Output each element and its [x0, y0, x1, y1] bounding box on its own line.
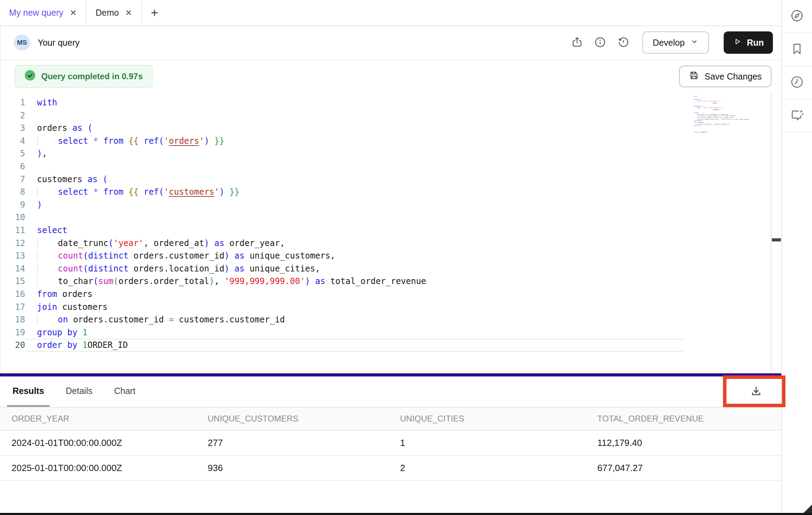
sidebar-item-ai-chat[interactable] — [782, 99, 812, 133]
results-panel: ResultsDetailsChart ORDER_YEARUNIQUE_CUS… — [0, 376, 781, 513]
tab-bar: My new query✕Demo✕+ — [0, 0, 781, 26]
info-icon — [594, 36, 606, 50]
code-line-16[interactable]: 16from orders — [0, 288, 683, 301]
develop-dropdown[interactable]: Develop — [642, 31, 709, 54]
line-content: select — [25, 224, 683, 237]
code-line-12[interactable]: 12 date_trunc('year', ordered_at) as ord… — [0, 237, 683, 250]
line-number: 19 — [0, 326, 25, 339]
download-icon — [749, 384, 763, 399]
column-header: UNIQUE_CITIES — [389, 414, 586, 424]
chevron-down-icon — [690, 37, 699, 48]
line-content: join customers — [25, 301, 683, 314]
code-line-6[interactable]: 6 — [0, 160, 683, 173]
line-number: 4 — [0, 135, 25, 148]
line-content — [25, 211, 683, 224]
code-line-18[interactable]: 18 on orders.customer_id = customers.cus… — [0, 313, 683, 326]
success-check-icon — [24, 70, 36, 83]
line-content: count(distinct orders.customer_id) as un… — [25, 249, 683, 262]
scrollbar-thumb[interactable] — [772, 238, 781, 241]
save-icon — [689, 70, 699, 83]
table-cell: 2024-01-01T00:00:00.000Z — [0, 438, 196, 448]
line-content: ) — [25, 199, 683, 211]
share-icon — [571, 36, 583, 50]
line-content: to_char(sum(orders.order_total), '999,99… — [25, 275, 683, 288]
line-number: 5 — [0, 147, 25, 160]
code-line-14[interactable]: 14 count(distinct orders.location_id) as… — [0, 262, 683, 275]
tab-label: Demo — [96, 8, 119, 18]
line-number: 2 — [0, 109, 25, 122]
column-header: ORDER_YEAR — [0, 414, 196, 424]
table-cell: 2025-01-01T00:00:00.000Z — [0, 463, 196, 473]
code-line-15[interactable]: 15 to_char(sum(orders.order_total), '999… — [0, 275, 683, 288]
column-header: UNIQUE_CUSTOMERS — [196, 414, 389, 424]
sidebar-item-compass[interactable] — [782, 0, 812, 33]
column-header: TOTAL_ORDER_REVENUE — [586, 414, 781, 424]
line-content — [25, 160, 683, 173]
sidebar-item-bookmark[interactable] — [782, 33, 812, 66]
code-line-5[interactable]: 5), — [0, 147, 683, 160]
line-number: 20 — [0, 339, 25, 352]
table-cell: 277 — [196, 438, 389, 448]
download-button[interactable] — [732, 380, 780, 403]
line-content: select * from {{ ref('customers') }} — [25, 186, 683, 199]
share-button[interactable] — [569, 35, 585, 51]
history-icon — [617, 36, 629, 50]
status-row: Query completed in 0.97s Save Changes — [0, 65, 781, 88]
results-tab-bar: ResultsDetailsChart — [0, 376, 781, 408]
table-cell: 936 — [196, 463, 389, 473]
line-number: 18 — [0, 313, 25, 326]
right-icon-sidebar — [781, 0, 812, 513]
avatar: MS — [14, 35, 30, 51]
window-resize-corner[interactable] — [804, 505, 812, 513]
line-content: from orders — [25, 288, 683, 301]
editor-tab-demo[interactable]: Demo✕ — [87, 0, 142, 25]
line-number: 6 — [0, 160, 25, 173]
code-line-10[interactable]: 10 — [0, 211, 683, 224]
tab-close-icon[interactable]: ✕ — [125, 8, 132, 18]
line-number: 16 — [0, 288, 25, 301]
line-content: customers as ( — [25, 173, 683, 186]
panel-resize-divider[interactable] — [0, 373, 781, 376]
sidebar-item-clock[interactable] — [782, 66, 812, 99]
history-button[interactable] — [615, 35, 631, 51]
results-tab-results[interactable]: Results — [7, 376, 50, 407]
code-area[interactable]: 1with23orders as (4 select * from {{ ref… — [0, 96, 683, 352]
clock-icon — [790, 75, 804, 91]
code-line-4[interactable]: 4 select * from {{ ref('orders') }} — [0, 135, 683, 148]
code-line-1[interactable]: 1with — [0, 96, 683, 109]
code-line-2[interactable]: 2 — [0, 109, 683, 122]
results-tab-details[interactable]: Details — [60, 376, 98, 407]
results-tab-chart[interactable]: Chart — [109, 376, 141, 407]
line-number: 9 — [0, 199, 25, 211]
line-content: order by 1ORDER_ID — [694, 127, 740, 128]
line-content: with — [25, 96, 683, 109]
line-number: 13 — [0, 249, 25, 262]
line-content: group by 1 — [25, 326, 683, 339]
run-button[interactable]: Run — [724, 31, 773, 54]
code-line-20[interactable]: 20order by 1ORDER_ID — [0, 339, 683, 352]
code-line-17[interactable]: 17join customers — [0, 301, 683, 314]
code-line-11[interactable]: 11select — [0, 224, 683, 237]
sql-editor[interactable]: 1with23orders as (4 select * from {{ ref… — [0, 91, 771, 373]
editor-minimap[interactable]: withorders as ( select * from {{ ref('or… — [694, 96, 740, 128]
tab-close-icon[interactable]: ✕ — [70, 8, 77, 18]
bookmark-icon — [790, 42, 804, 58]
save-changes-label: Save Changes — [704, 72, 762, 82]
code-line-13[interactable]: 13 count(distinct orders.customer_id) as… — [0, 249, 683, 262]
document-header: MS Your query — [0, 25, 781, 60]
code-line-20[interactable]: order by 1ORDER_ID — [694, 127, 740, 128]
line-number: 7 — [0, 173, 25, 186]
new-tab-button[interactable]: + — [142, 0, 167, 25]
code-line-19[interactable]: 19group by 1 — [0, 326, 683, 339]
code-line-7[interactable]: 7customers as ( — [0, 173, 683, 186]
code-line-8[interactable]: 8 select * from {{ ref('customers') }} — [0, 186, 683, 199]
code-line-9[interactable]: 9) — [0, 199, 683, 211]
line-content — [25, 109, 683, 122]
save-changes-button[interactable]: Save Changes — [679, 66, 772, 87]
tab-label: My new query — [9, 8, 64, 18]
info-button[interactable] — [592, 35, 608, 51]
editor-tab-my-new-query[interactable]: My new query✕ — [0, 0, 87, 25]
line-number: 12 — [0, 237, 25, 250]
code-line-3[interactable]: 3orders as ( — [0, 122, 683, 135]
status-message: Query completed in 0.97s — [41, 72, 143, 81]
